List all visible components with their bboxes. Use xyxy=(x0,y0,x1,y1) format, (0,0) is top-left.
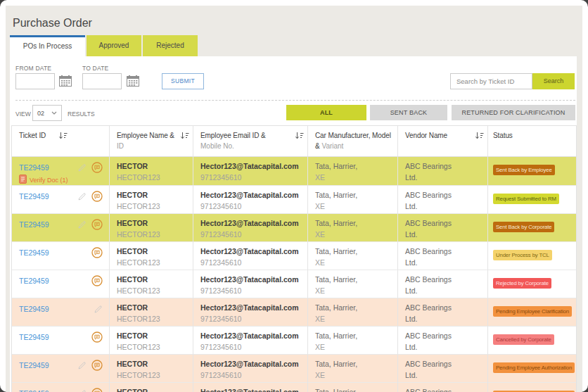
col-subtitle-amp: & xyxy=(315,142,320,150)
cell-car: Tata, Harrier,XE xyxy=(308,298,398,327)
cell-employee-name: HECTORHECTOR123 xyxy=(110,186,193,214)
status-badge: Sent Back by Corporate xyxy=(493,222,554,232)
ticket-link[interactable]: TE29459 xyxy=(19,305,49,313)
col-subtitle: ID xyxy=(117,142,189,151)
from-date-input[interactable] xyxy=(15,73,55,89)
table-row: TE29459HECTORHECTOR123Hector123@Tatacapi… xyxy=(12,383,576,392)
cell-vendor: ABC BearingsLtd. xyxy=(398,298,488,327)
edit-icon[interactable] xyxy=(77,163,87,172)
cell-employee-email: Hector123@Tatacapital.com9712345610 xyxy=(193,214,308,242)
cell-vendor: ABC BearingsLtd. xyxy=(398,327,488,355)
ticket-link[interactable]: TE29459 xyxy=(19,333,49,341)
cell-employee-email: Hector123@Tatacapital.com9712345610 xyxy=(193,327,308,355)
col-subtitle: Variant xyxy=(321,142,343,150)
edit-icon[interactable] xyxy=(77,192,87,201)
cell-employee-name: HECTORHECTOR123 xyxy=(110,270,193,298)
cell-employee-name: HECTORHECTOR123 xyxy=(110,383,193,392)
cell-car: Tata, Harrier,XE xyxy=(308,214,398,242)
calendar-icon[interactable] xyxy=(127,75,139,89)
cell-ticket-id: TE29459 xyxy=(12,355,110,383)
chat-icon[interactable] xyxy=(91,191,103,202)
cell-ticket-id: TE29459 xyxy=(12,383,110,392)
tab-approved[interactable]: Approved xyxy=(87,35,141,56)
edit-icon[interactable] xyxy=(94,305,103,314)
ticket-link[interactable]: TE29459 xyxy=(19,277,49,285)
cell-ticket-id: TE29459 xyxy=(12,327,110,355)
filter-button-all[interactable]: ALL xyxy=(286,105,366,120)
cell-vendor: ABC BearingsLtd. xyxy=(398,355,488,383)
to-date-label: TO DATE xyxy=(82,65,108,72)
verify-doc-link[interactable]: Verify Doc (1) xyxy=(19,175,106,185)
table-row: TE29459HECTORHECTOR123Hector123@Tatacapi… xyxy=(12,298,576,327)
cell-status: Request Submitted to RM xyxy=(488,186,576,214)
cell-status: Pending Employee Clarification xyxy=(488,298,576,327)
cell-ticket-id: TE29459Verify Doc (1) xyxy=(12,157,110,186)
tab-content: FROM DATE TO DATE SUBMIT Search VIEW 02 … xyxy=(10,56,577,392)
cell-vendor: ABC BearingsLtd. xyxy=(398,242,488,270)
chat-icon[interactable] xyxy=(91,219,103,230)
col-header-vendor: Vendor Name xyxy=(398,126,488,157)
status-badge: Request Submitted to RM xyxy=(493,194,559,204)
ticket-link[interactable]: TE29459 xyxy=(19,389,49,392)
chevron-down-icon xyxy=(51,111,57,115)
ticket-link[interactable]: TE29459 xyxy=(19,192,49,201)
table-header-row: Ticket ID Employee Name & ID Employee Em… xyxy=(12,126,576,157)
cell-vendor: ABC BearingsLtd. xyxy=(398,157,488,186)
calendar-icon[interactable] xyxy=(59,75,72,89)
chat-icon[interactable] xyxy=(91,388,103,392)
tab-rejected[interactable]: Rejected xyxy=(143,35,198,56)
search-button[interactable]: Search xyxy=(532,73,575,89)
from-date-label: FROM DATE xyxy=(15,65,51,72)
chat-icon[interactable] xyxy=(91,360,103,371)
cell-employee-name: HECTORHECTOR123 xyxy=(110,355,193,383)
table-row: TE29459HECTORHECTOR123Hector123@Tatacapi… xyxy=(12,214,576,242)
table-row: TE29459HECTORHECTOR123Hector123@Tatacapi… xyxy=(12,327,576,355)
cell-car: Tata, Harrier,XE xyxy=(308,327,398,355)
col-title: Car Manufacturer, Model xyxy=(315,131,391,140)
to-date-input[interactable] xyxy=(82,73,122,89)
table-row: TE29459HECTORHECTOR123Hector123@Tatacapi… xyxy=(12,270,576,298)
col-subtitle: Mobile No. xyxy=(200,142,304,151)
cell-employee-name: HECTORHECTOR123 xyxy=(110,242,193,270)
col-title: Vendor Name xyxy=(405,131,447,140)
cell-car: Tata, Harrier,XE xyxy=(308,242,398,270)
edit-icon[interactable] xyxy=(77,389,87,392)
ticket-link[interactable]: TE29459 xyxy=(19,163,49,172)
sort-icon[interactable] xyxy=(475,132,484,140)
cell-ticket-id: TE29459 xyxy=(12,186,110,214)
panel-background: Purchase Order POs In Process Approved R… xyxy=(6,6,582,392)
filter-button-sent-back[interactable]: SENT BACK xyxy=(370,105,447,120)
chat-icon[interactable] xyxy=(91,247,103,258)
ticket-link[interactable]: TE29459 xyxy=(19,220,49,229)
cell-vendor: ABC BearingsLtd. xyxy=(398,270,488,298)
cell-employee-name: HECTORHECTOR123 xyxy=(110,157,193,186)
sort-icon[interactable] xyxy=(58,132,68,140)
view-label: VIEW xyxy=(15,110,31,118)
cell-ticket-id: TE29459 xyxy=(12,214,110,242)
tab-pos-in-process[interactable]: POs In Process xyxy=(10,35,85,56)
edit-icon[interactable] xyxy=(77,361,87,370)
cell-car: Tata, Harrier,XE xyxy=(308,383,398,392)
cell-ticket-id: TE29459 xyxy=(12,270,110,298)
filter-button-returned[interactable]: RETURNED FOR CLARIFICATION xyxy=(452,105,575,120)
view-count-select[interactable]: 02 xyxy=(32,105,62,121)
cell-status: Pending Employee Authorization xyxy=(488,355,576,383)
cell-status: Sent Back by Corporate xyxy=(488,214,576,242)
chat-icon[interactable] xyxy=(91,162,103,173)
cell-car: Tata, Harrier,XE xyxy=(308,355,398,383)
chat-icon[interactable] xyxy=(91,275,103,286)
ticket-link[interactable]: TE29459 xyxy=(19,248,49,257)
table-row: TE29459HECTORHECTOR123Hector123@Tatacapi… xyxy=(12,355,576,383)
cell-vendor: ABC BearingsLtd. xyxy=(398,214,488,242)
sort-icon[interactable] xyxy=(180,132,189,140)
col-header-employee-name: Employee Name & ID xyxy=(110,126,193,157)
chat-icon[interactable] xyxy=(91,331,103,343)
cell-employee-email: Hector123@Tatacapital.com9712345610 xyxy=(193,242,308,270)
ticket-link[interactable]: TE29459 xyxy=(19,361,49,369)
cell-car: Tata, Harrier,XE xyxy=(308,157,398,186)
cell-employee-email: Hector123@Tatacapital.com9712345610 xyxy=(193,383,308,392)
search-input[interactable] xyxy=(450,73,532,89)
sort-icon[interactable] xyxy=(295,132,304,140)
submit-button[interactable]: SUBMIT xyxy=(162,73,204,89)
edit-icon[interactable] xyxy=(77,220,87,229)
